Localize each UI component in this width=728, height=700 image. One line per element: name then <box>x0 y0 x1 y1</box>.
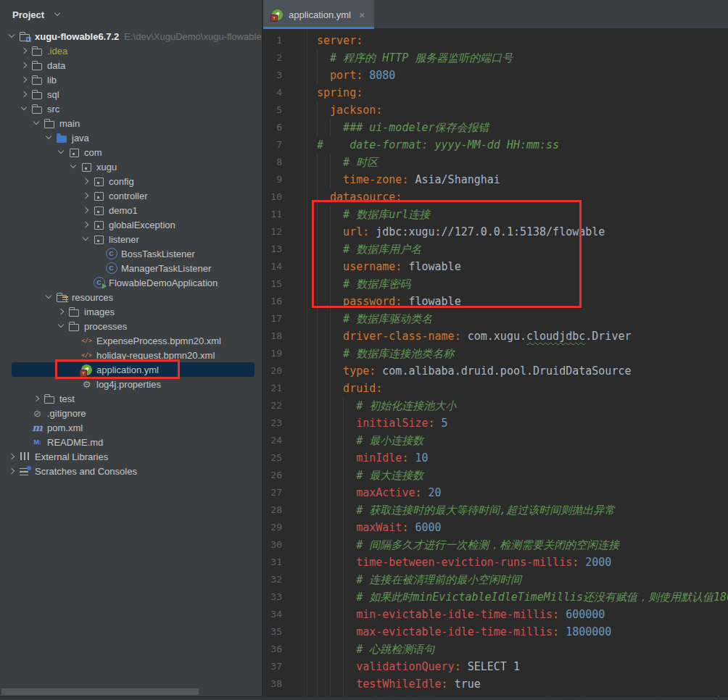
editor-content[interactable]: 1 server: 2 # 程序的 HTTP 服务器监听的端口号 3 port:… <box>263 29 728 700</box>
chevron-icon[interactable] <box>80 203 93 217</box>
tree-row[interactable]: listener <box>0 232 262 246</box>
code-line[interactable]: 28 # 获取连接时的最大等待时间,超过该时间则抛出异常 <box>263 501 728 519</box>
tree-row[interactable]: xugu <box>0 159 262 174</box>
chevron-icon[interactable] <box>18 43 31 58</box>
code-line[interactable]: 10 datasource: <box>263 188 728 206</box>
code-line[interactable]: 4 spring: <box>263 84 728 101</box>
code-line[interactable]: 34 min-evictable-idle-time-millis: 60000… <box>263 606 728 623</box>
tree-row[interactable]: application.yml <box>0 362 262 377</box>
tree-row[interactable]: src <box>0 101 262 116</box>
chevron-icon[interactable] <box>67 348 80 362</box>
code-line[interactable]: 19 # 数据库连接池类名称 <box>263 345 728 362</box>
chevron-icon[interactable] <box>80 232 93 246</box>
chevron-icon[interactable] <box>43 290 56 304</box>
code-line[interactable]: 38 testWhileIdle: true <box>263 675 728 693</box>
code-line[interactable]: 32 # 连接在被清理前的最小空闲时间 <box>263 571 728 588</box>
tree-row[interactable]: main <box>0 116 262 130</box>
tree-row[interactable]: demo1 <box>0 203 262 217</box>
code-line[interactable]: 3 port: 8080 <box>263 67 728 84</box>
chevron-icon[interactable] <box>18 72 31 87</box>
tree-row[interactable]: lib <box>0 72 262 87</box>
chevron-icon[interactable] <box>67 159 80 174</box>
code-line[interactable]: 23 initialSize: 5 <box>263 414 728 432</box>
tree-row[interactable]: config <box>0 174 262 188</box>
tree-row[interactable]: java <box>0 130 262 145</box>
code-line[interactable]: 27 maxActive: 20 <box>263 484 728 501</box>
chevron-icon[interactable] <box>18 435 31 449</box>
code-line[interactable]: 31 time-between-eviction-runs-millis: 20… <box>263 554 728 571</box>
chevron-icon[interactable] <box>55 304 68 319</box>
tree-row[interactable]: sql <box>0 87 262 101</box>
chevron-icon[interactable] <box>67 377 80 391</box>
code-line[interactable]: 12 url: jdbc:xugu://127.0.0.1:5138/flowa… <box>263 223 728 241</box>
code-line[interactable]: 15 # 数据库密码 <box>263 275 728 293</box>
chevron-icon[interactable] <box>67 362 80 377</box>
chevron-icon[interactable] <box>55 319 68 333</box>
tree-row[interactable]: images <box>0 304 262 319</box>
chevron-icon[interactable] <box>6 29 19 43</box>
code-line[interactable]: 30 # 间隔多久才进行一次检测，检测需要关闭的空闲连接 <box>263 536 728 554</box>
chevron-icon[interactable] <box>67 333 80 348</box>
tree-row[interactable]: log4j.properties <box>0 377 262 391</box>
tree-row[interactable]: ManagerTaskListener <box>0 261 262 275</box>
code-line[interactable]: 17 # 数据库驱动类名 <box>263 310 728 328</box>
chevron-icon[interactable] <box>43 130 56 145</box>
tree-row[interactable]: test <box>0 391 262 406</box>
tree-row[interactable]: processes <box>0 319 262 333</box>
chevron-icon[interactable] <box>18 58 31 72</box>
code-line[interactable]: 25 minIdle: 10 <box>263 449 728 467</box>
code-line[interactable]: 26 # 最大连接数 <box>263 467 728 484</box>
code-line[interactable]: 33 # 如果此时minEvictableIdleTimeMillis还没有赋值… <box>263 588 728 606</box>
code-line[interactable]: 14 username: flowable <box>263 258 728 275</box>
code-line[interactable]: 6 ### ui-modeler保存会报错 <box>263 119 728 136</box>
code-line[interactable]: 8 # 时区 <box>263 154 728 171</box>
code-line[interactable]: 9 time-zone: Asia/Shanghai <box>263 171 728 188</box>
code-line[interactable]: 29 maxWait: 6000 <box>263 519 728 536</box>
chevron-icon[interactable] <box>18 101 31 116</box>
tree-row[interactable]: controller <box>0 188 262 203</box>
tree-row[interactable]: README.md <box>0 435 262 449</box>
code-line[interactable]: 5 jackson: <box>263 101 728 119</box>
code-line[interactable]: 35 max-evictable-idle-time-millis: 18000… <box>263 623 728 641</box>
chevron-icon[interactable] <box>18 420 31 435</box>
code-line[interactable]: 24 # 最小连接数 <box>263 432 728 449</box>
chevron-icon[interactable] <box>30 116 44 130</box>
code-line[interactable]: 22 # 初始化连接池大小 <box>263 397 728 414</box>
chevron-icon[interactable] <box>55 145 68 159</box>
close-icon[interactable]: × <box>359 9 365 21</box>
chevron-icon[interactable] <box>6 464 19 478</box>
code-line[interactable]: 36 # 心跳检测语句 <box>263 641 728 658</box>
tree-row[interactable]: ExpenseProcess.bpmn20.xml <box>0 333 262 348</box>
tree-row[interactable]: BossTaskListener <box>0 246 262 261</box>
tab-application-yml[interactable]: application.yml × <box>263 0 374 29</box>
code-line[interactable]: 7 # date-format: yyyy-MM-dd HH:mm:ss <box>263 136 728 154</box>
tree-row[interactable]: pom.xml <box>0 420 262 435</box>
code-line[interactable]: 2 # 程序的 HTTP 服务器监听的端口号 <box>263 49 728 67</box>
code-line[interactable]: 20 type: com.alibaba.druid.pool.DruidDat… <box>263 362 728 380</box>
code-line[interactable]: 1 server: <box>263 32 728 49</box>
tree-row[interactable]: data <box>0 58 262 72</box>
chevron-icon[interactable] <box>18 87 31 101</box>
tree-row[interactable]: resources <box>0 290 262 304</box>
code-line[interactable]: 16 password: flowable <box>263 293 728 310</box>
code-line[interactable]: 13 # 数据库用户名 <box>263 241 728 258</box>
tree-row[interactable]: .idea <box>0 43 262 58</box>
chevron-icon[interactable] <box>30 391 44 406</box>
code-line[interactable]: 37 validationQuery: SELECT 1 <box>263 658 728 675</box>
tree-row[interactable]: globalException <box>0 217 262 232</box>
panel-title[interactable]: Project <box>12 9 44 20</box>
tree-row[interactable]: Scratches and Consoles <box>0 464 262 478</box>
chevron-icon[interactable] <box>80 188 93 203</box>
code-line[interactable]: 21 druid: <box>263 380 728 397</box>
tree-row[interactable]: External Libraries <box>0 449 262 464</box>
code-line[interactable]: 18 driver-class-name: com.xugu.cloudjdbc… <box>263 328 728 345</box>
chevron-icon[interactable] <box>80 174 93 188</box>
tree-row[interactable]: xugu-flowable6.7.2 E:\dev\XuguDemo\xugu-… <box>0 29 262 43</box>
chevron-icon[interactable] <box>80 217 93 232</box>
horizontal-scrollbar-thumb[interactable] <box>1 688 199 695</box>
chevron-icon[interactable] <box>92 261 105 275</box>
chevron-down-icon[interactable] <box>51 7 65 22</box>
chevron-icon[interactable] <box>18 406 31 420</box>
chevron-icon[interactable] <box>92 246 105 261</box>
code-line[interactable]: 11 # 数据库url连接 <box>263 206 728 223</box>
